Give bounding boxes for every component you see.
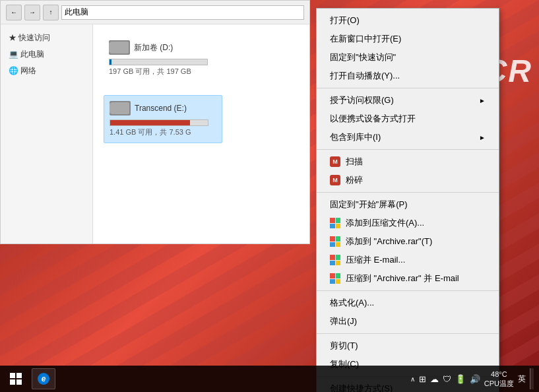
edge-icon: e (38, 373, 49, 385)
menu-include-library[interactable]: 包含到库中(I) ► (317, 128, 499, 147)
back-button[interactable]: ← (6, 5, 22, 20)
menu-grant-access-label: 授予访问权限(G) (330, 94, 394, 106)
svg-rect-3 (110, 103, 129, 114)
tray-battery-icon[interactable]: 🔋 (455, 374, 466, 384)
up-button[interactable]: ↑ (43, 5, 59, 20)
compress-email-icon (330, 255, 340, 265)
menu-compress-archive-email-label: 压缩到 "Archive.rar" 并 E-mail (346, 273, 459, 284)
shred-icon: M (330, 175, 340, 185)
menu-scan[interactable]: M 扫描 (317, 152, 499, 171)
drive-e[interactable]: Transcend (E:) 1.41 GB 可用，共 7.53 G (104, 95, 222, 143)
clock-area[interactable]: 48°C CPU温度 (484, 370, 514, 389)
menu-scan-label: 扫描 (346, 156, 363, 168)
menu-compress-archive-email[interactable]: 压缩到 "Archive.rar" 并 E-mail (317, 269, 499, 288)
explorer-toolbar: ← → ↑ 此电脑 (1, 1, 309, 24)
drive-e-progress (110, 119, 208, 126)
file-explorer-window: ← → ↑ 此电脑 ★ 快速访问 💻 此电脑 🌐 网络 (0, 0, 310, 244)
svg-point-5 (125, 106, 129, 110)
add-zip-icon (330, 218, 340, 228)
forward-button[interactable]: → (24, 5, 40, 20)
menu-format[interactable]: 格式化(A)... (317, 294, 499, 312)
drive-d-name: 新加卷 (D:) (134, 42, 173, 53)
drive-e-name: Transcend (E:) (135, 104, 187, 113)
drive-d[interactable]: 新加卷 (D:) 197 GB 可用，共 197 GB (104, 35, 222, 82)
menu-cut[interactable]: 剪切(T) (317, 337, 499, 355)
menu-portable-open[interactable]: 以便携式设备方式打开 (317, 110, 499, 128)
svg-rect-0 (109, 42, 129, 53)
separator-5 (317, 333, 499, 334)
grant-access-arrow-icon: ► (479, 97, 486, 104)
tray-cloud-icon[interactable]: ☁ (430, 374, 439, 384)
tray-shield-icon[interactable]: 🛡 (443, 374, 451, 384)
explorer-drives-area: 新加卷 (D:) 197 GB 可用，共 197 GB (93, 24, 309, 244)
svg-rect-1 (110, 44, 127, 51)
menu-eject[interactable]: 弹出(J) (317, 312, 499, 331)
menu-shred[interactable]: M 粉碎 (317, 171, 499, 189)
drive-d-info: 197 GB 可用，共 197 GB (109, 67, 191, 77)
scan-icon: M (330, 156, 340, 167)
menu-open[interactable]: 打开(O) (317, 11, 499, 30)
drive-e-icon (110, 101, 131, 115)
explorer-sidebar: ★ 快速访问 💻 此电脑 🌐 网络 (1, 24, 93, 244)
svg-point-2 (124, 46, 128, 49)
menu-eject-label: 弹出(J) (330, 315, 357, 327)
address-text: 此电脑 (65, 7, 88, 18)
separator-2 (317, 149, 499, 150)
address-bar[interactable]: 此电脑 (61, 5, 304, 20)
drive-d-icon (109, 40, 130, 55)
tray-expand-icon[interactable]: ∧ (410, 376, 415, 383)
drive-e-info: 1.41 GB 可用，共 7.53 G (110, 127, 191, 137)
taskbar-left: e (3, 366, 55, 392)
language-indicator[interactable]: 英 (518, 374, 526, 385)
drive-d-progress (109, 59, 208, 65)
tray-network-icon[interactable]: ⊞ (419, 374, 426, 384)
menu-pin-start[interactable]: 固定到"开始"屏幕(P) (317, 195, 499, 214)
menu-portable-open-label: 以便携式设备方式打开 (330, 113, 416, 125)
context-menu: 打开(O) 在新窗口中打开(E) 固定到"快速访问" 打开自动播放(Y)... … (316, 8, 499, 392)
menu-autoplay-label: 打开自动播放(Y)... (330, 70, 400, 82)
show-desktop-button[interactable] (530, 368, 534, 389)
add-archive-rar-icon (330, 236, 340, 247)
svg-rect-4 (111, 104, 128, 112)
menu-compress-email-label: 压缩并 E-mail... (346, 254, 405, 266)
include-library-arrow-icon: ► (479, 134, 486, 141)
menu-include-library-label: 包含到库中(I) (330, 131, 381, 143)
separator-3 (317, 192, 499, 193)
clock-subtitle: CPU温度 (484, 379, 514, 388)
menu-add-zip-label: 添加到压缩文件(A)... (346, 217, 424, 229)
separator-4 (317, 290, 499, 291)
menu-open-new-window[interactable]: 在新窗口中打开(E) (317, 30, 499, 48)
menu-pin-quick-access[interactable]: 固定到"快速访问" (317, 48, 499, 67)
menu-autoplay[interactable]: 打开自动播放(Y)... (317, 67, 499, 85)
sidebar-network[interactable]: 🌐 网络 (1, 63, 92, 79)
tray-volume-icon[interactable]: 🔊 (470, 374, 480, 384)
separator-1 (317, 88, 499, 88)
menu-pin-quick-access-label: 固定到"快速访问" (330, 51, 396, 63)
menu-cut-label: 剪切(T) (330, 340, 358, 352)
taskbar-right: ∧ ⊞ ☁ 🛡 🔋 🔊 48°C CPU温度 英 (410, 368, 536, 389)
menu-open-new-window-label: 在新窗口中打开(E) (330, 33, 401, 45)
taskbar-edge-app[interactable]: e (32, 368, 55, 389)
menu-add-zip[interactable]: 添加到压缩文件(A)... (317, 214, 499, 232)
compress-archive-email-icon (330, 273, 340, 284)
drive-d-fill (110, 59, 111, 65)
taskbar: e ∧ ⊞ ☁ 🛡 🔋 🔊 48°C CPU温度 英 (0, 366, 539, 392)
start-icon (10, 373, 22, 385)
menu-pin-start-label: 固定到"开始"屏幕(P) (330, 199, 408, 211)
menu-format-label: 格式化(A)... (330, 297, 374, 309)
menu-add-archive-rar[interactable]: 添加到 "Archive.rar"(T) (317, 232, 499, 251)
sidebar-this-pc[interactable]: 💻 此电脑 (1, 46, 92, 63)
clock-temp: 48°C (491, 370, 507, 379)
sidebar-quick-access[interactable]: ★ 快速访问 (1, 30, 92, 46)
menu-add-archive-rar-label: 添加到 "Archive.rar"(T) (346, 236, 432, 247)
drive-e-fill (110, 120, 190, 125)
menu-shred-label: 粉碎 (346, 174, 363, 186)
menu-compress-email[interactable]: 压缩并 E-mail... (317, 251, 499, 269)
menu-grant-access[interactable]: 授予访问权限(G) ► (317, 91, 499, 110)
menu-open-label: 打开(O) (330, 15, 360, 26)
explorer-content: ★ 快速访问 💻 此电脑 🌐 网络 新加卷 (D:) (1, 24, 309, 244)
start-button[interactable] (3, 366, 29, 392)
